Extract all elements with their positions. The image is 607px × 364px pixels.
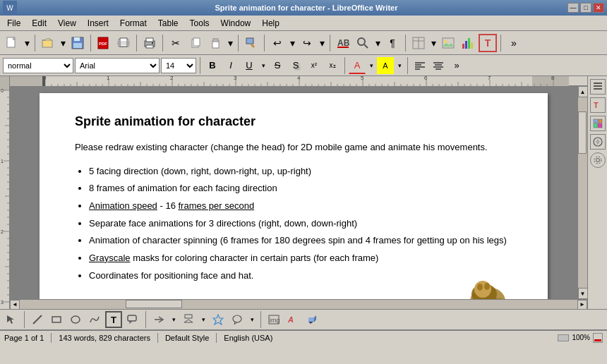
print-preview-button[interactable] <box>114 34 133 52</box>
menu-tools[interactable]: Tools <box>184 17 215 30</box>
print-button[interactable] <box>140 34 159 52</box>
hscroll-track[interactable] <box>20 300 577 310</box>
font-color-dropdown[interactable]: ▾ <box>367 57 375 74</box>
hscroll-left-button[interactable]: ◄ <box>10 300 20 310</box>
shadow-button[interactable]: S <box>287 57 304 74</box>
align-left-button[interactable] <box>411 57 428 74</box>
extrusion-button[interactable] <box>304 311 320 328</box>
underline-dropdown[interactable]: ▾ <box>259 57 268 74</box>
arrow-tool-button[interactable] <box>150 311 167 328</box>
save-status-icon[interactable] <box>593 333 603 343</box>
vertical-scrollbar[interactable]: ▲ ▼ <box>577 86 587 299</box>
text-tool-button[interactable]: T <box>105 311 122 328</box>
rectangle-tool-button[interactable] <box>48 311 65 328</box>
line-tool-button[interactable] <box>29 311 46 328</box>
select-tool-button[interactable] <box>3 311 20 328</box>
spell-check-button[interactable]: ABC <box>334 34 352 52</box>
document-scroll-area[interactable]: Sprite animation for character Please re… <box>10 86 577 299</box>
menu-insert[interactable]: Insert <box>82 17 114 30</box>
more-button[interactable]: » <box>505 34 523 52</box>
callout-dropdown[interactable]: ▾ <box>248 311 256 328</box>
table-dropdown[interactable]: ▾ <box>429 34 438 52</box>
horizontal-scrollbar[interactable]: ◄ ► <box>10 299 587 309</box>
redo-dropdown[interactable]: ▾ <box>318 34 326 52</box>
superscript-button[interactable]: x² <box>306 57 323 74</box>
textbox-button[interactable]: T <box>479 34 497 52</box>
zoom-bar[interactable] <box>558 334 569 341</box>
chart-button[interactable] <box>459 34 477 52</box>
table-button[interactable] <box>409 34 428 52</box>
callout-bubble-button[interactable] <box>229 311 246 328</box>
find-dropdown[interactable]: ▾ <box>373 34 382 52</box>
image-button[interactable] <box>439 34 457 52</box>
scroll-down-button[interactable]: ▼ <box>578 288 588 299</box>
open-dropdown[interactable]: ▾ <box>59 34 67 52</box>
formatting-toolbar: normal Heading 1 Heading 2 Default Parag… <box>0 55 607 76</box>
export-pdf-button[interactable]: PDF <box>95 34 113 52</box>
highlight-dropdown[interactable]: ▾ <box>395 57 404 74</box>
minimize-button[interactable]: — <box>567 3 579 13</box>
flowchart-button[interactable] <box>180 311 197 328</box>
menu-edit[interactable]: Edit <box>26 17 52 30</box>
maximize-button[interactable]: □ <box>580 3 591 13</box>
sidebar-settings-button[interactable] <box>590 152 606 168</box>
menu-table[interactable]: Table <box>152 17 184 30</box>
paste-button[interactable] <box>206 34 224 52</box>
callout-tool-button[interactable] <box>124 311 141 328</box>
freeform-tool-button[interactable] <box>86 311 103 328</box>
stars-button[interactable] <box>210 311 227 328</box>
menu-view[interactable]: View <box>52 17 82 30</box>
strikethrough-button[interactable]: S <box>269 57 286 74</box>
svg-point-58 <box>71 316 80 323</box>
status-sep2 <box>157 333 158 343</box>
hscroll-right-button[interactable]: ► <box>577 300 587 310</box>
scroll-track[interactable] <box>578 97 588 288</box>
menu-file[interactable]: File <box>1 17 26 30</box>
font-name-select[interactable]: Arial Times New Roman Courier New <box>75 58 160 73</box>
insert-image-button[interactable]: img <box>265 311 282 328</box>
arrow-dropdown[interactable]: ▾ <box>169 311 178 328</box>
bold-button[interactable]: B <box>204 57 221 74</box>
highlight-button[interactable]: A <box>377 57 394 74</box>
undo-button[interactable]: ↩ <box>268 34 287 52</box>
flowchart-dropdown[interactable]: ▾ <box>199 311 208 328</box>
font-color-button[interactable]: A <box>349 57 366 74</box>
underline-button[interactable]: U <box>241 57 258 74</box>
menu-window[interactable]: Window <box>215 17 257 30</box>
new-dropdown[interactable]: ▾ <box>23 34 31 52</box>
align-center-button[interactable] <box>430 57 447 74</box>
ellipse-tool-button[interactable] <box>67 311 84 328</box>
separator3 <box>136 35 137 51</box>
scroll-up-button[interactable]: ▲ <box>578 86 588 97</box>
open-button[interactable] <box>39 34 57 52</box>
svg-marker-67 <box>314 315 316 322</box>
menu-help[interactable]: Help <box>256 17 285 30</box>
svg-point-54 <box>596 159 599 162</box>
save-button[interactable] <box>68 34 87 52</box>
new-button[interactable] <box>3 34 21 52</box>
redo-button[interactable]: ↪ <box>298 34 316 52</box>
subscript-button[interactable]: x₂ <box>324 57 341 74</box>
format-paint-button[interactable] <box>242 34 260 52</box>
menu-format[interactable]: Format <box>114 17 152 30</box>
font-size-select[interactable]: 14 81012161824 <box>161 58 196 73</box>
find-button[interactable] <box>354 34 372 52</box>
navigator-button[interactable] <box>590 134 606 150</box>
close-button[interactable]: ✕ <box>593 3 604 13</box>
undo-dropdown[interactable]: ▾ <box>288 34 296 52</box>
paragraph-style-select[interactable]: normal Heading 1 Heading 2 Default Parag… <box>3 58 73 73</box>
nonprint-chars-button[interactable]: ¶ <box>383 34 402 52</box>
paste-dropdown[interactable]: ▾ <box>226 34 234 52</box>
gallery-button[interactable] <box>590 116 606 131</box>
italic-button[interactable]: I <box>222 57 239 74</box>
copy-button[interactable] <box>186 34 205 52</box>
properties-button[interactable] <box>590 79 606 95</box>
more-fmt-button[interactable]: » <box>448 57 465 74</box>
svg-rect-9 <box>117 41 130 45</box>
insert-fontwork-button[interactable]: A <box>284 311 301 328</box>
scroll-thumb[interactable] <box>578 111 587 154</box>
hscroll-thumb[interactable] <box>126 300 182 308</box>
svg-text:A: A <box>287 315 294 324</box>
styles-button[interactable]: T <box>590 97 606 113</box>
cut-button[interactable]: ✂ <box>167 34 185 52</box>
